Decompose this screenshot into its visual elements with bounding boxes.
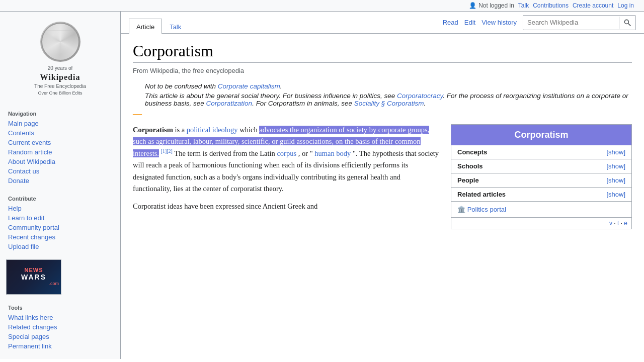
infobox-label-schools: Schools (457, 162, 483, 170)
sidebar-item-community-portal[interactable]: Community portal (0, 223, 120, 232)
ref-2-link[interactable]: [2] (167, 148, 173, 154)
ref-1-link[interactable]: [1] (161, 148, 167, 154)
search-button[interactable] (619, 17, 635, 29)
tab-article[interactable]: Article (129, 19, 162, 34)
infobox-label-related: Related articles (457, 191, 506, 198)
from-line: From Wikipedia, the free encyclopedia (133, 67, 632, 74)
sidebar-item-related-changes[interactable]: Related changes (0, 322, 120, 332)
vte-sep1: · (614, 220, 617, 227)
politics-portal-link[interactable]: Politics portal (467, 206, 506, 213)
infobox-row-concepts: Concepts [show] (451, 145, 631, 159)
corporatocracy-link[interactable]: Corporatocracy (397, 92, 443, 100)
sidebar-item-upload-file[interactable]: Upload file (0, 242, 120, 251)
sidebar-item-about-wikipedia[interactable]: About Wikipedia (0, 157, 120, 166)
infobox-label-concepts: Concepts (457, 148, 487, 156)
tools-section: Tools What links here Related changes Sp… (0, 299, 120, 355)
not-logged-in-text: Not logged in (478, 2, 514, 9)
sidebar-item-contents[interactable]: Contents (0, 128, 120, 138)
article-text: Corporatism is a political ideology whic… (133, 124, 441, 229)
hatnote-1: Not to be confused with Corporate capita… (133, 82, 632, 90)
sidebar-item-current-events[interactable]: Current events (0, 138, 120, 147)
is-a-text: is a (175, 126, 186, 134)
article: Corporatism From Wikipedia, the free enc… (121, 34, 644, 237)
infobox-show-people[interactable]: [show] (606, 176, 625, 184)
corporatism-bold: Corporatism (133, 126, 173, 134)
navigation-section: Navigation Main page Contents Current ev… (0, 105, 120, 190)
search-input[interactable] (523, 17, 619, 28)
sidebar-item-recent-changes[interactable]: Recent changes (0, 232, 120, 242)
infobox-show-concepts[interactable]: [show] (606, 148, 625, 156)
sidebar-item-permanent-link[interactable]: Permanent link (0, 341, 120, 351)
para-2-text: Corporatist ideas have been expressed si… (133, 202, 317, 210)
infobox-label-people: People (457, 176, 479, 184)
corpus-link[interactable]: corpus (277, 149, 296, 157)
infobox-title: Corporatism (451, 125, 631, 145)
infobox-row-people: People [show] (451, 173, 631, 188)
tab-edit[interactable]: Edit (464, 19, 475, 26)
or-text: , or " (298, 149, 313, 157)
corporate-capitalism-link[interactable]: Corporate capitalism (218, 82, 280, 90)
sidebar-item-help[interactable]: Help (0, 204, 120, 213)
navigation-title: Navigation (0, 109, 120, 119)
log-in-link[interactable]: Log in (617, 2, 634, 9)
logo-text: 20 years of Wikipedia The Free Encyclope… (34, 65, 86, 97)
para-2: Corporatist ideas have been expressed si… (133, 201, 441, 212)
sidebar-item-contact-us[interactable]: Contact us (0, 166, 120, 176)
tools-wars-text: WARS (21, 273, 46, 281)
sidebar-item-special-pages[interactable]: Special pages (0, 332, 120, 341)
top-bar: 👤 Not logged in Talk Contributions Creat… (0, 0, 644, 12)
logo-years: 20 years of (34, 65, 86, 72)
tools-com-text: .com (49, 281, 61, 286)
human-body-link[interactable]: human body (314, 149, 351, 157)
sidebar-item-what-links-here[interactable]: What links here (0, 313, 120, 322)
corporatization-link[interactable]: Corporatization (206, 100, 253, 107)
logo-billion: Over One Billion Edits (34, 90, 86, 97)
not-logged-in-icon: 👤 (469, 2, 476, 9)
term-derived-text: The term is derived from the Latin (174, 149, 277, 157)
vte-t-link[interactable]: t (617, 220, 619, 227)
search-box (523, 15, 636, 30)
logo-subtitle: The Free Encyclopedia (34, 83, 86, 90)
tab-read[interactable]: Read (443, 19, 458, 26)
logo-area: 20 years of Wikipedia The Free Encyclope… (0, 16, 120, 105)
wikipedia-logo (40, 22, 80, 62)
political-ideology-link[interactable]: political ideology (187, 126, 238, 134)
create-account-link[interactable]: Create account (573, 2, 613, 9)
tabs-left: Article Talk (129, 12, 189, 33)
tools-news-text: NEWS (25, 267, 43, 273)
sidebar-item-main-page[interactable]: Main page (0, 119, 120, 128)
article-body: Corporatism is a political ideology whic… (133, 124, 632, 229)
tabs-right: Read Edit View history (443, 12, 636, 33)
tab-talk[interactable]: Talk (162, 19, 189, 34)
sociality-link[interactable]: Sociality § Corporatism (354, 100, 424, 107)
infobox-show-schools[interactable]: [show] (606, 162, 625, 170)
infobox-row-related: Related articles [show] (451, 188, 631, 202)
sidebar: 20 years of Wikipedia The Free Encyclope… (0, 12, 121, 359)
ref-1: [1][2] (161, 148, 173, 154)
sidebar-item-donate[interactable]: Donate (0, 176, 120, 186)
tools-ad-box: NEWS WARS .com (6, 259, 61, 295)
which-text: which (239, 126, 259, 134)
tab-view-history[interactable]: View history (481, 19, 517, 26)
logo-title: Wikipedia (34, 72, 86, 83)
infobox-row-schools: Schools [show] (451, 159, 631, 173)
infobox-vte: v · t · e (451, 218, 631, 229)
vte-v-link[interactable]: v (609, 220, 612, 227)
content-area: Article Talk Read Edit View history (121, 12, 644, 359)
search-icon (623, 19, 631, 27)
infobox: Corporatism Concepts [show] Schools [sho… (451, 124, 632, 229)
intro-paragraph: Corporatism is a political ideology whic… (133, 124, 441, 195)
contribute-title: Contribute (0, 194, 120, 204)
article-tabs: Article Talk Read Edit View history (121, 12, 644, 34)
contributions-link[interactable]: Contributions (533, 2, 569, 9)
sidebar-item-random-article[interactable]: Random article (0, 147, 120, 157)
talk-link[interactable]: Talk (518, 2, 529, 9)
infobox-show-related[interactable]: [show] (606, 191, 625, 198)
section-divider: — (133, 109, 632, 118)
infobox-portal: 🏛️ Politics portal (451, 202, 631, 218)
sidebar-item-learn-to-edit[interactable]: Learn to edit (0, 213, 120, 223)
vte-e-link[interactable]: e (624, 220, 627, 227)
tools-title: Tools (0, 303, 120, 313)
contribute-section: Contribute Help Learn to edit Community … (0, 190, 120, 255)
hatnote-2: This article is about the general social… (133, 92, 632, 107)
